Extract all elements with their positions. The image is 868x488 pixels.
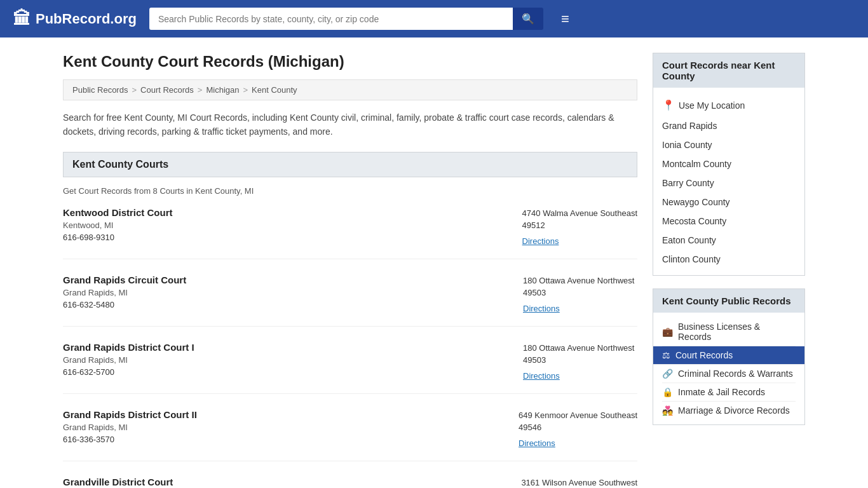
public-records-list: 💼Business Licenses & Records⚖Court Recor… <box>653 313 804 424</box>
court-right-3: 649 Kenmoor Avenue Southeast49546 Direct… <box>506 409 637 448</box>
logo-icon: 🏛 <box>13 8 31 29</box>
record-label-4: Marriage & Divorce Records <box>678 405 790 416</box>
court-city: Grand Rapids, MI <box>63 355 510 365</box>
breadcrumb-sep-1: > <box>132 85 137 95</box>
courts-list: Kentwood District Court Kentwood, MI 616… <box>63 207 637 488</box>
use-my-location[interactable]: 📍 Use My Location <box>662 94 796 116</box>
breadcrumb-public-records[interactable]: Public Records <box>72 85 128 95</box>
court-left-3: Grand Rapids District Court II Grand Rap… <box>63 409 506 448</box>
nearby-section: Court Records near Kent County 📍 Use My … <box>653 53 805 276</box>
record-icon-0: 💼 <box>662 327 673 337</box>
court-address: 180 Ottawa Avenue Northwest49503 <box>523 342 637 367</box>
public-records-item-4[interactable]: 💑Marriage & Divorce Records <box>662 402 796 419</box>
court-name: Grand Rapids District Court I <box>63 342 510 353</box>
nearby-item-3[interactable]: Barry County <box>662 173 796 193</box>
record-label-0: Business Licenses & Records <box>678 322 796 342</box>
nearby-item-7[interactable]: Clinton County <box>662 250 796 269</box>
court-address: 4740 Walma Avenue Southeast49512 <box>522 207 637 232</box>
public-records-section: Kent County Public Records 💼Business Lic… <box>653 288 805 425</box>
court-city: Kentwood, MI <box>63 220 510 230</box>
nearby-item-4[interactable]: Newaygo County <box>662 193 796 212</box>
court-entry: Grandville District Court Grandville, MI… <box>63 477 637 488</box>
nearby-item-1[interactable]: Ionia County <box>662 135 796 154</box>
directions-link[interactable]: Directions <box>523 371 560 381</box>
court-entry: Grand Rapids District Court I Grand Rapi… <box>63 342 637 394</box>
breadcrumb: Public Records > Court Records > Michiga… <box>63 79 637 100</box>
nearby-item-6[interactable]: Eaton County <box>662 231 796 250</box>
court-entry: Grand Rapids District Court II Grand Rap… <box>63 409 637 461</box>
public-records-item-1[interactable]: ⚖Court Records <box>653 346 804 365</box>
directions-link[interactable]: Directions <box>522 236 559 246</box>
court-left-1: Grand Rapids Circuit Court Grand Rapids,… <box>63 274 510 313</box>
courts-section-header: Kent County Courts <box>63 152 637 177</box>
record-icon-4: 💑 <box>662 405 673 416</box>
record-label-2: Criminal Records & Warrants <box>678 369 793 379</box>
main-content: Kent County Court Records (Michigan) Pub… <box>63 53 637 488</box>
courts-subtitle: Get Court Records from 8 Courts in Kent … <box>63 186 637 196</box>
nearby-item-0[interactable]: Grand Rapids <box>662 116 796 135</box>
nearby-items-container: 📍 Use My Location Grand RapidsIonia Coun… <box>653 88 804 275</box>
public-records-item-2[interactable]: 🔗Criminal Records & Warrants <box>662 365 796 383</box>
court-phone: 616-632-5480 <box>63 300 510 309</box>
court-right-4: 3161 Wilson Avenue Southwest49418 Direct… <box>508 477 637 488</box>
site-header: 🏛 PubRecord.org 🔍 ≡ <box>0 0 868 37</box>
directions-link[interactable]: Directions <box>519 438 555 448</box>
court-name: Grand Rapids District Court II <box>63 409 506 420</box>
court-left-4: Grandville District Court Grandville, MI… <box>63 477 508 488</box>
public-records-item-0[interactable]: 💼Business Licenses & Records <box>662 318 796 346</box>
page-content: Kent County Court Records (Michigan) Pub… <box>53 37 815 488</box>
breadcrumb-kent-county: Kent County <box>252 85 297 95</box>
record-icon-2: 🔗 <box>662 369 673 379</box>
page-description: Search for free Kent County, MI Court Re… <box>63 111 637 139</box>
use-my-location-label: Use My Location <box>679 100 745 111</box>
search-icon: 🔍 <box>522 13 534 24</box>
court-address: 180 Ottawa Avenue Northwest49503 <box>523 274 637 299</box>
court-name: Grand Rapids Circuit Court <box>63 274 510 285</box>
court-phone: 616-698-9310 <box>63 233 510 242</box>
court-right-1: 180 Ottawa Avenue Northwest49503 Directi… <box>510 274 637 313</box>
search-button[interactable]: 🔍 <box>513 8 543 30</box>
menu-button[interactable]: ≡ <box>561 12 569 26</box>
court-entry: Grand Rapids Circuit Court Grand Rapids,… <box>63 274 637 327</box>
record-label-3: Inmate & Jail Records <box>678 387 765 397</box>
page-title: Kent County Court Records (Michigan) <box>63 53 637 71</box>
record-icon-1: ⚖ <box>662 350 670 360</box>
court-right-2: 180 Ottawa Avenue Northwest49503 Directi… <box>510 342 637 381</box>
logo-text: PubRecord.org <box>36 11 137 27</box>
court-left-0: Kentwood District Court Kentwood, MI 616… <box>63 207 510 246</box>
breadcrumb-court-records[interactable]: Court Records <box>140 85 194 95</box>
public-records-item-3[interactable]: 🔒Inmate & Jail Records <box>662 383 796 402</box>
search-input[interactable] <box>149 8 513 30</box>
court-city: Grand Rapids, MI <box>63 423 506 432</box>
search-area: 🔍 <box>149 8 543 30</box>
court-name: Kentwood District Court <box>63 207 510 218</box>
sidebar: Court Records near Kent County 📍 Use My … <box>653 53 805 488</box>
court-entry: Kentwood District Court Kentwood, MI 616… <box>63 207 637 259</box>
public-records-section-title: Kent County Public Records <box>653 289 804 313</box>
court-name: Grandville District Court <box>63 477 508 487</box>
directions-link[interactable]: Directions <box>523 304 560 313</box>
court-phone: 616-632-5700 <box>63 367 510 377</box>
breadcrumb-sep-3: > <box>243 85 248 95</box>
nearby-section-title: Court Records near Kent County <box>653 53 804 88</box>
court-address: 3161 Wilson Avenue Southwest49418 <box>521 477 637 488</box>
hamburger-icon: ≡ <box>561 11 569 27</box>
nearby-item-2[interactable]: Montcalm County <box>662 154 796 173</box>
record-label-1: Court Records <box>675 350 733 360</box>
court-address: 649 Kenmoor Avenue Southeast49546 <box>519 409 637 434</box>
logo[interactable]: 🏛 PubRecord.org <box>13 8 137 29</box>
court-left-2: Grand Rapids District Court I Grand Rapi… <box>63 342 510 381</box>
court-right-0: 4740 Walma Avenue Southeast49512 Directi… <box>510 207 637 246</box>
breadcrumb-michigan[interactable]: Michigan <box>206 85 239 95</box>
court-phone: 616-336-3570 <box>63 435 506 444</box>
location-pin-icon: 📍 <box>662 99 675 111</box>
record-icon-3: 🔒 <box>662 387 673 397</box>
breadcrumb-sep-2: > <box>198 85 203 95</box>
court-city: Grand Rapids, MI <box>63 288 510 297</box>
nearby-item-5[interactable]: Mecosta County <box>662 212 796 231</box>
